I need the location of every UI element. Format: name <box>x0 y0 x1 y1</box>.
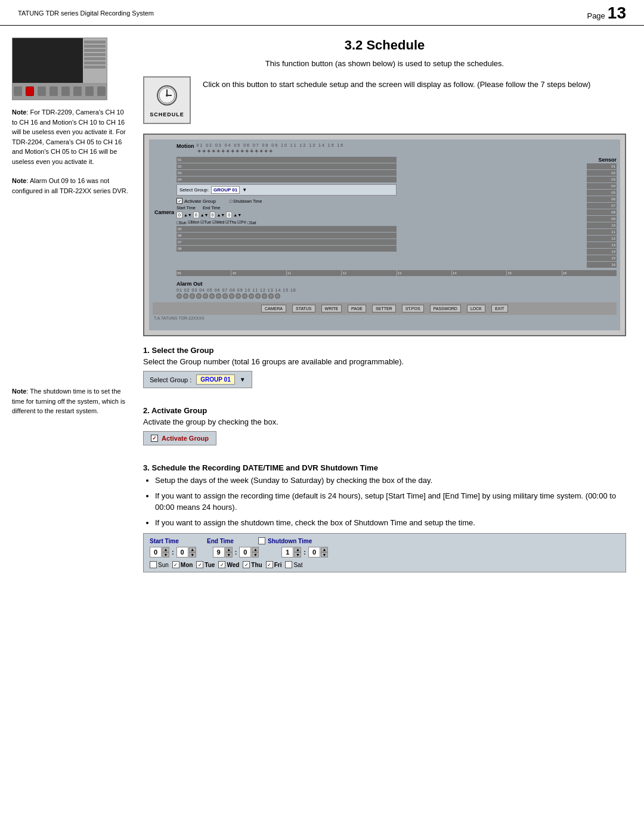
dvr-btn-status[interactable]: STATUS <box>292 305 315 312</box>
tue-checkbox[interactable]: ✓ <box>196 561 203 568</box>
dvr-btn-password[interactable]: PASSWORD <box>430 305 461 312</box>
dvr-motion-label: Motion <box>177 143 194 149</box>
step1-title-text: Select the Group <box>151 346 213 355</box>
thumb-btn <box>73 86 82 96</box>
shutdown-m-down[interactable]: ▼ <box>321 552 328 558</box>
shutdown-h-down[interactable]: ▼ <box>294 552 301 558</box>
dvr-end-label: End Time <box>203 206 221 210</box>
start-h-spinner: 0 ▲ ▼ <box>150 547 169 558</box>
time-inputs-row: Start Time End Time Shutdown Time <box>150 537 620 544</box>
dvr-btn-stpos[interactable]: ST.POS <box>402 305 424 312</box>
day-sun: Sun <box>150 561 169 568</box>
dvr-days-row: □Sun☑Mon☑Tue☑Wed☑Thu☑Fri□Sat <box>177 220 397 225</box>
dvr-btn-camera[interactable]: CAMERA <box>261 305 286 312</box>
end-h-down[interactable]: ▼ <box>225 552 233 558</box>
shutdown-m-up[interactable]: ▲ <box>321 547 328 552</box>
step1-text: Select the Group number (total 16 groups… <box>143 357 626 366</box>
right-column: 3.2 Schedule This function button (as sh… <box>137 38 626 583</box>
day-mon: ✓ Mon <box>172 561 193 568</box>
dvr-btn-page[interactable]: PAGE <box>348 305 366 312</box>
end-m-arrows[interactable]: ▲ ▼ <box>252 547 259 558</box>
note3: Note: The shutdown time is to set the ti… <box>12 386 128 416</box>
end-m-down[interactable]: ▼ <box>252 552 259 558</box>
spinners-row: 0 ▲ ▼ : 0 ▲ ▼ <box>150 547 620 558</box>
thumb-bar <box>84 61 106 64</box>
step2-block: 2. Activate Group Activate the group by … <box>143 406 626 453</box>
start-m-down[interactable]: ▼ <box>189 552 196 558</box>
fri-checkbox[interactable]: ✓ <box>266 561 273 568</box>
end-h-value[interactable]: 9 <box>213 547 225 558</box>
days-row-image: Sun ✓ Mon ✓ Tue ✓ Wed ✓ <box>150 561 620 568</box>
schedule-icon-box: SCHEDULE <box>143 76 191 124</box>
end-m-value[interactable]: 0 <box>239 547 251 558</box>
thumb-btn <box>14 86 22 96</box>
wed-checkbox[interactable]: ✓ <box>218 561 225 568</box>
thumb-bar <box>84 57 106 60</box>
thumb-btn <box>49 86 58 96</box>
thumb-bottom-bar <box>13 83 107 100</box>
thumb-btn <box>97 86 106 96</box>
note1-text: : For TDR-2209, Camera's CH 10 to CH 16 … <box>12 109 126 165</box>
shutdown-checkbox[interactable] <box>258 537 265 544</box>
sun-checkbox[interactable] <box>150 561 157 568</box>
shutdown-h-arrows[interactable]: ▲ ▼ <box>294 547 301 558</box>
end-h-spinner: 9 ▲ ▼ <box>213 547 233 558</box>
start-h-up[interactable]: ▲ <box>162 547 169 552</box>
start-h-value[interactable]: 0 <box>150 547 162 558</box>
activate-checkbox[interactable]: ✓ <box>151 435 158 442</box>
start-m-up[interactable]: ▲ <box>189 547 196 552</box>
thumb-bar <box>84 49 106 52</box>
start-m-value[interactable]: 0 <box>177 547 188 558</box>
note2-bold: Note <box>12 177 26 184</box>
shutdown-m-value[interactable]: 0 <box>308 547 320 558</box>
clock-icon <box>154 83 180 110</box>
mon-checkbox[interactable]: ✓ <box>172 561 179 568</box>
shutdown-h-up[interactable]: ▲ <box>294 547 301 552</box>
sun-label: Sun <box>158 562 169 568</box>
dvr-sensor-label: Sensor <box>598 157 617 163</box>
note3-bold: Note <box>12 388 26 395</box>
activate-group-image: ✓ Activate Group <box>143 431 216 445</box>
dvr-checkbox[interactable]: ✓ <box>177 198 182 204</box>
start-h-down[interactable]: ▼ <box>162 552 169 558</box>
shutdown-m-arrows[interactable]: ▲ ▼ <box>321 547 328 558</box>
step2-number: 2. <box>143 406 150 415</box>
motion-icons: ✦✦✦✦✦✦✦✦✦✦✦✦✦✦✦✦ <box>197 148 273 154</box>
thu-label: Thu <box>251 562 262 568</box>
dvr-btn-exit[interactable]: EXIT <box>491 305 508 312</box>
sep1: : <box>172 549 174 556</box>
dvr-btn-setter[interactable]: SETTER <box>372 305 396 312</box>
start-m-arrows[interactable]: ▲ ▼ <box>189 547 196 558</box>
section-title: 3.2 Schedule <box>143 38 626 53</box>
end-m-up[interactable]: ▲ <box>252 547 259 552</box>
sg-value: GROUP 01 <box>196 374 234 385</box>
note3-text: : The shutdown time is to set the time f… <box>12 388 125 414</box>
thumb-btn <box>61 86 70 96</box>
tue-label: Tue <box>205 562 215 568</box>
left-column: Note: For TDR-2209, Camera's CH 10 to CH… <box>12 38 137 583</box>
shutdown-h-value[interactable]: 1 <box>281 547 293 558</box>
dropdown-arrow-dvr: ▼ <box>242 187 247 193</box>
start-h-arrows[interactable]: ▲ ▼ <box>162 547 169 558</box>
dvr-btn-lock[interactable]: LOCK <box>467 305 485 312</box>
dvr-btn-write[interactable]: WRITE <box>321 305 342 312</box>
end-h-up[interactable]: ▲ <box>225 547 233 552</box>
shutdown-h-spinner: 1 ▲ ▼ <box>281 547 301 558</box>
dvr-screen: Motion 01 02 03 04 05 06 07 08 09 10 11 … <box>143 134 626 336</box>
note1: Note: For TDR-2209, Camera's CH 10 to CH… <box>12 107 128 166</box>
thu-checkbox[interactable]: ✓ <box>243 561 250 568</box>
dvr-select-group-label: Select Group: <box>179 187 209 193</box>
main-content: Note: For TDR-2209, Camera's CH 10 to CH… <box>0 26 644 595</box>
thumb-bar <box>84 53 106 56</box>
click-instruction: Click on this button to start schedule s… <box>203 80 590 89</box>
dvr-time-inputs: 0▲▼ 0▲▼ 0▲▼ 0▲▼ <box>177 212 397 218</box>
activate-label: Activate Group <box>162 435 209 442</box>
end-h-arrows[interactable]: ▲ ▼ <box>225 547 233 558</box>
dvr-shutdown-label: □ Shutdown Time <box>230 199 262 203</box>
dvr-start-label: Start Time <box>177 206 196 210</box>
shutdown-time-area: Shutdown Time <box>258 537 312 544</box>
sat-checkbox[interactable] <box>285 561 292 568</box>
note2-text: : Alarm Out 09 to 16 was not configured … <box>12 177 128 194</box>
thumb-bar <box>84 66 106 69</box>
step3-title: 3. Schedule the Recording DATE/TIME and … <box>143 463 626 472</box>
